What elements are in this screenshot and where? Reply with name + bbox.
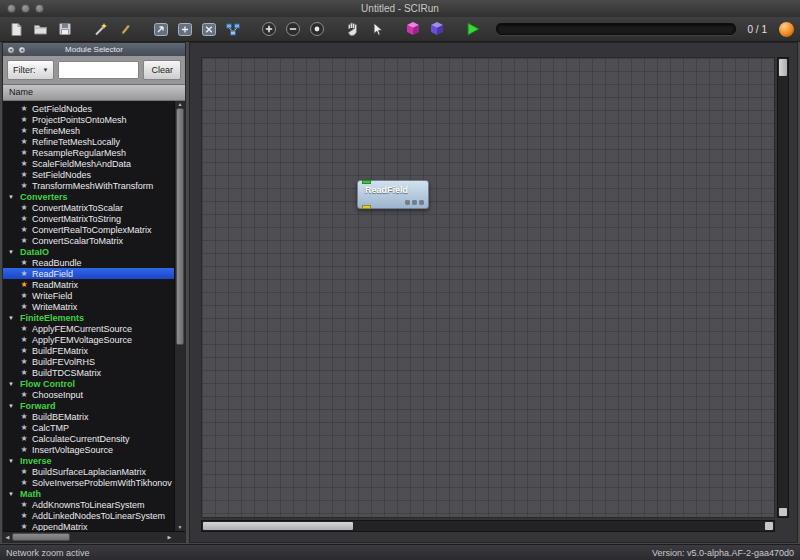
- tree-module-row[interactable]: ★ReadField: [3, 268, 174, 279]
- clear-network-button[interactable]: [198, 19, 219, 39]
- output-port-icon[interactable]: [362, 205, 371, 209]
- tree-module-row[interactable]: ★WriteField: [3, 290, 174, 301]
- collapse-arrow-icon[interactable]: ▼: [8, 458, 17, 464]
- pan-tool-button[interactable]: [342, 19, 363, 39]
- favorite-star-icon[interactable]: ★: [19, 445, 29, 455]
- canvas-horizontal-endcap[interactable]: [765, 522, 773, 530]
- tree-module-row[interactable]: ★BuildFEMatrix: [3, 345, 174, 356]
- tree-module-row[interactable]: ★ReadMatrix: [3, 279, 174, 290]
- pencil-tool-button[interactable]: [114, 19, 135, 39]
- scroll-left-icon[interactable]: ◀: [3, 532, 12, 542]
- favorite-star-icon[interactable]: ★: [19, 335, 29, 345]
- tree-module-row[interactable]: ★InsertVoltageSource: [3, 444, 174, 455]
- tree-category-row[interactable]: ▼Forward: [3, 400, 174, 411]
- show-objects-button[interactable]: [426, 19, 447, 39]
- canvas-horizontal-scrollbar[interactable]: [201, 520, 775, 532]
- favorite-star-icon[interactable]: ★: [19, 412, 29, 422]
- favorite-star-icon[interactable]: ★: [19, 511, 29, 521]
- zoom-reset-button[interactable]: [306, 19, 327, 39]
- favorite-star-icon[interactable]: ★: [19, 423, 29, 433]
- tree-module-row[interactable]: ★CalcTMP: [3, 422, 174, 433]
- tree-module-row[interactable]: ★BuildBEMatrix: [3, 411, 174, 422]
- favorite-star-icon[interactable]: ★: [19, 137, 29, 147]
- tree-category-row[interactable]: ▼Math: [3, 488, 174, 499]
- tree-module-row[interactable]: ★RefineMesh: [3, 125, 174, 136]
- tree-module-row[interactable]: ★AppendMatrix: [3, 521, 174, 531]
- network-view-button[interactable]: [222, 19, 243, 39]
- filter-input[interactable]: [58, 61, 139, 79]
- tree-module-row[interactable]: ★TransformMeshWithTransform: [3, 180, 174, 191]
- module-help-button[interactable]: [419, 200, 424, 205]
- module-log-button[interactable]: [412, 200, 417, 205]
- tree-module-row[interactable]: ★ApplyFEMVoltageSource: [3, 334, 174, 345]
- module-tree-vertical-scrollbar[interactable]: ▲ ▼: [174, 101, 185, 531]
- canvas-horizontal-thumb[interactable]: [203, 522, 353, 530]
- tree-module-row[interactable]: ★ConvertMatrixToScalar: [3, 202, 174, 213]
- favorite-star-icon[interactable]: ★: [19, 368, 29, 378]
- tree-module-row[interactable]: ★ScaleFieldMeshAndData: [3, 158, 174, 169]
- select-tool-button[interactable]: [366, 19, 387, 39]
- tree-category-row[interactable]: ▼FiniteElements: [3, 312, 174, 323]
- favorite-star-icon[interactable]: ★: [19, 104, 29, 114]
- wand-tool-button[interactable]: [90, 19, 111, 39]
- horizontal-scroll-thumb[interactable]: [12, 533, 70, 541]
- name-column-header[interactable]: Name: [3, 85, 185, 101]
- tree-module-row[interactable]: ★BuildTDCSMatrix: [3, 367, 174, 378]
- tree-module-row[interactable]: ★BuildFEVolRHS: [3, 356, 174, 367]
- favorite-star-icon[interactable]: ★: [19, 115, 29, 125]
- clear-filter-button[interactable]: Clear: [143, 60, 181, 80]
- tree-module-row[interactable]: ★SetFieldNodes: [3, 169, 174, 180]
- tree-module-row[interactable]: ★ResampleRegularMesh: [3, 147, 174, 158]
- toggle-module-selector-button[interactable]: [150, 19, 171, 39]
- tree-module-row[interactable]: ★ChooseInput: [3, 389, 174, 400]
- favorite-star-icon[interactable]: ★: [19, 478, 29, 488]
- favorite-star-icon[interactable]: ★: [19, 214, 29, 224]
- tree-module-row[interactable]: ★SolveInverseProblemWithTikhonov: [3, 477, 174, 488]
- scroll-down-icon[interactable]: ▼: [175, 524, 185, 531]
- favorite-star-icon[interactable]: ★: [19, 258, 29, 268]
- tree-module-row[interactable]: ★ConvertMatrixToString: [3, 213, 174, 224]
- tree-category-row[interactable]: ▼Flow Control: [3, 378, 174, 389]
- collapse-arrow-icon[interactable]: ▼: [8, 381, 17, 387]
- minimize-button[interactable]: [21, 4, 30, 13]
- input-port-icon[interactable]: [362, 180, 371, 184]
- favorite-star-icon[interactable]: ★: [19, 181, 29, 191]
- dock-close-icon[interactable]: ×: [7, 46, 15, 54]
- tree-module-row[interactable]: ★GetFieldNodes: [3, 103, 174, 114]
- tree-module-row[interactable]: ★ConvertRealToComplexMatrix: [3, 224, 174, 235]
- vertical-scroll-thumb[interactable]: [176, 108, 184, 345]
- scroll-up-icon[interactable]: ▲: [175, 101, 185, 108]
- collapse-arrow-icon[interactable]: ▼: [8, 403, 17, 409]
- favorite-star-icon[interactable]: ★: [19, 236, 29, 246]
- close-button[interactable]: [7, 4, 16, 13]
- favorite-star-icon[interactable]: ★: [19, 324, 29, 334]
- favorite-star-icon[interactable]: ★: [19, 390, 29, 400]
- favorite-star-icon[interactable]: ★: [19, 170, 29, 180]
- favorite-star-icon[interactable]: ★: [19, 225, 29, 235]
- favorite-star-icon[interactable]: ★: [19, 467, 29, 477]
- favorite-star-icon[interactable]: ★: [19, 522, 29, 532]
- tree-module-row[interactable]: ★BuildSurfaceLaplacianMatrix: [3, 466, 174, 477]
- tree-module-row[interactable]: ★WriteMatrix: [3, 301, 174, 312]
- scroll-right-icon[interactable]: ▶: [165, 532, 174, 542]
- favorite-star-icon[interactable]: ★: [19, 280, 29, 290]
- collapse-arrow-icon[interactable]: ▼: [8, 249, 17, 255]
- tree-module-row[interactable]: ★CalculateCurrentDensity: [3, 433, 174, 444]
- tree-category-row[interactable]: ▼Inverse: [3, 455, 174, 466]
- tree-module-row[interactable]: ★ConvertScalarToMatrix: [3, 235, 174, 246]
- network-canvas[interactable]: ReadField: [201, 57, 775, 518]
- favorite-star-icon[interactable]: ★: [19, 434, 29, 444]
- favorite-star-icon[interactable]: ★: [19, 159, 29, 169]
- tree-category-row[interactable]: ▼Converters: [3, 191, 174, 202]
- favorite-star-icon[interactable]: ★: [19, 126, 29, 136]
- tree-module-row[interactable]: ★RefineTetMeshLocally: [3, 136, 174, 147]
- canvas-vertical-endcap[interactable]: [779, 508, 787, 516]
- zoom-in-button[interactable]: [258, 19, 279, 39]
- execute-all-button[interactable]: [462, 19, 483, 39]
- collapse-arrow-icon[interactable]: ▼: [8, 194, 17, 200]
- filter-mode-dropdown[interactable]: Filter: ▼: [7, 60, 54, 80]
- module-ui-button[interactable]: [405, 200, 410, 205]
- collapse-arrow-icon[interactable]: ▼: [8, 491, 17, 497]
- tree-module-row[interactable]: ★ProjectPointsOntoMesh: [3, 114, 174, 125]
- save-network-button[interactable]: [54, 19, 75, 39]
